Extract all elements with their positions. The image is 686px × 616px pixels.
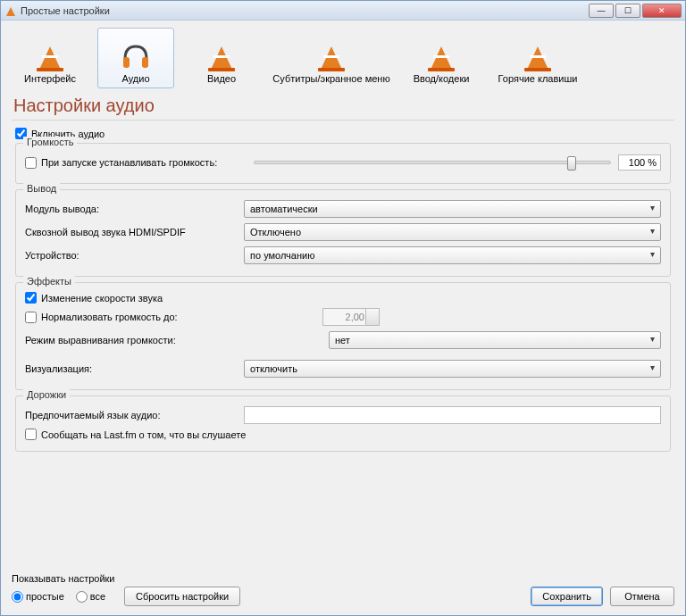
- tab-subtitles[interactable]: Субтитры/экранное меню: [269, 28, 394, 88]
- category-tabs: Интерфейс Аудио Видео Субтитры/экранное …: [12, 28, 674, 88]
- cone-icon: [315, 39, 347, 71]
- normalize-label: Нормализовать громкость до:: [41, 312, 242, 322]
- output-fieldset: Вывод Модуль вывода: автоматически Сквоз…: [15, 189, 671, 277]
- preferred-lang-input[interactable]: [244, 406, 661, 424]
- divider: [12, 120, 674, 121]
- app-icon: [4, 4, 17, 17]
- tab-label: Аудио: [121, 73, 149, 84]
- preferred-lang-label: Предпочитаемый язык аудио:: [25, 410, 244, 420]
- tab-interface[interactable]: Интерфейс: [12, 28, 88, 88]
- tab-input-codecs[interactable]: Ввод/кодеки: [403, 28, 480, 88]
- lastfm-checkbox[interactable]: [25, 429, 37, 440]
- passthrough-label: Сквозной вывод звука HDMI/SPDIF: [25, 227, 244, 237]
- tab-label: Субтитры/экранное меню: [272, 73, 389, 84]
- tab-label: Ввод/кодеки: [414, 73, 470, 84]
- visualization-label: Визуализация:: [25, 363, 244, 374]
- minimize-button[interactable]: —: [589, 4, 614, 18]
- cone-icon: [205, 39, 238, 71]
- show-settings-label: Показывать настройки: [12, 573, 240, 584]
- device-select[interactable]: по умолчанию: [244, 246, 661, 264]
- volume-fieldset: Громкость При запуске устанавливать гром…: [15, 143, 671, 184]
- simple-radio[interactable]: [12, 591, 23, 603]
- tracks-fieldset: Дорожки Предпочитаемый язык аудио: Сообщ…: [15, 395, 671, 452]
- page-title: Настройки аудио: [13, 96, 674, 116]
- preferences-window: Простые настройки — ☐ ✕ Интерфейс Аудио …: [0, 0, 686, 616]
- replaygain-select[interactable]: нет: [329, 331, 661, 349]
- startup-volume-label: При запуске устанавливать громкость:: [41, 157, 247, 168]
- replaygain-label: Режим выравнивания громкости:: [25, 335, 329, 345]
- all-radio[interactable]: [76, 591, 88, 603]
- pitch-shift-label: Изменение скорости звука: [41, 293, 163, 304]
- cancel-button[interactable]: Отмена: [610, 587, 674, 606]
- cone-icon: [425, 39, 457, 71]
- passthrough-select[interactable]: Отключено: [244, 223, 661, 241]
- fieldset-legend: Эффекты: [23, 276, 75, 287]
- save-button[interactable]: Сохранить: [531, 587, 603, 606]
- fieldset-legend: Громкость: [23, 137, 77, 147]
- visualization-select[interactable]: отключить: [244, 360, 661, 378]
- fieldset-legend: Дорожки: [23, 389, 70, 400]
- simple-radio-label: простые: [26, 591, 64, 602]
- volume-slider[interactable]: [254, 161, 611, 164]
- output-module-label: Модуль вывода:: [25, 204, 244, 214]
- enable-audio-row: Включить аудио: [15, 128, 671, 139]
- tab-video[interactable]: Видео: [183, 28, 260, 88]
- effects-fieldset: Эффекты Изменение скорости звука Нормали…: [15, 282, 671, 390]
- normalize-checkbox[interactable]: [25, 312, 37, 323]
- output-module-select[interactable]: автоматически: [244, 200, 661, 218]
- svg-rect-0: [123, 57, 130, 68]
- normalize-spinner[interactable]: 2,00: [322, 308, 380, 326]
- tab-hotkeys[interactable]: Горячие клавиши: [489, 28, 587, 88]
- headphones-icon: [120, 39, 152, 71]
- reset-button[interactable]: Сбросить настройки: [124, 587, 240, 606]
- lastfm-label: Сообщать на Last.fm о том, что вы слушае…: [41, 429, 246, 440]
- tab-label: Видео: [207, 73, 236, 84]
- titlebar[interactable]: Простые настройки — ☐ ✕: [1, 1, 685, 21]
- tab-label: Интерфейс: [24, 73, 76, 84]
- bottom-bar: Показывать настройки простые все Сбросит…: [1, 566, 685, 615]
- volume-value: 100 %: [618, 154, 661, 171]
- startup-volume-checkbox[interactable]: [25, 157, 37, 169]
- tab-audio[interactable]: Аудио: [97, 28, 174, 88]
- close-button[interactable]: ✕: [642, 4, 682, 18]
- fieldset-legend: Вывод: [23, 183, 60, 194]
- svg-rect-1: [142, 57, 148, 68]
- tab-label: Горячие клавиши: [498, 73, 578, 84]
- all-radio-label: все: [90, 591, 105, 602]
- cone-icon: [34, 39, 66, 71]
- device-label: Устройство:: [25, 250, 244, 261]
- pitch-shift-checkbox[interactable]: [25, 292, 37, 304]
- window-title: Простые настройки: [21, 5, 589, 16]
- cone-icon: [522, 39, 554, 71]
- maximize-button[interactable]: ☐: [615, 4, 640, 18]
